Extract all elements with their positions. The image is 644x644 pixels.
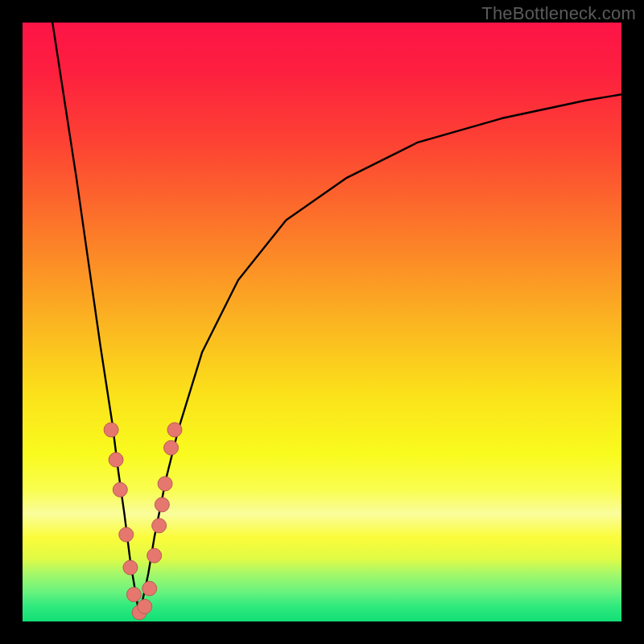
chart-svg (23, 23, 621, 621)
curve-marker (113, 482, 127, 497)
curve-marker (126, 588, 141, 602)
plot-area (23, 23, 621, 621)
curve-marker (104, 423, 118, 437)
curve-marker (123, 560, 138, 575)
curve-marker (158, 477, 172, 491)
curve-marker (119, 527, 134, 542)
curve-marker (164, 440, 179, 455)
curve-marker (109, 452, 123, 467)
curve-marker (142, 581, 157, 596)
curve-marker (138, 599, 152, 613)
curve-marker (152, 518, 167, 533)
curve-marker (167, 423, 182, 437)
watermark-text: TheBottleneck.com (481, 3, 636, 24)
curve-marker (147, 548, 162, 563)
curve-marker (155, 497, 169, 512)
outer-frame: TheBottleneck.com (0, 0, 644, 644)
